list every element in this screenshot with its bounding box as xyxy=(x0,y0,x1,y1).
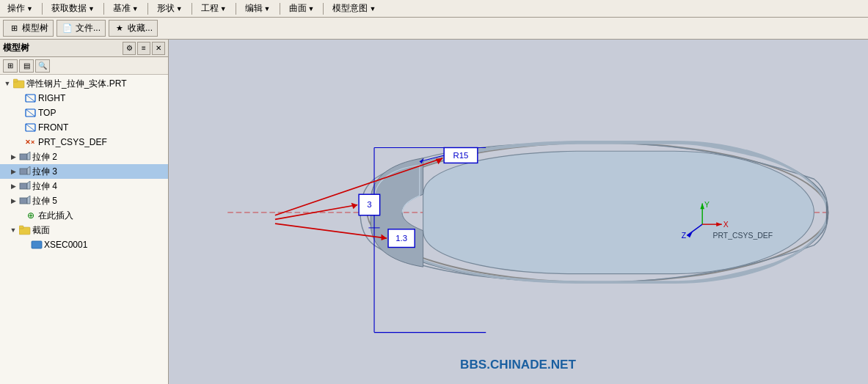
svg-rect-15 xyxy=(20,198,27,204)
tab-file[interactable]: 📄 文件... xyxy=(56,20,106,37)
section-icon xyxy=(31,239,43,251)
sidebar-toolbar: ⊞ ▤ 🔍 xyxy=(0,57,168,75)
menu-surface[interactable]: 曲面 ▼ xyxy=(282,1,322,16)
main-area: 模型树 ⚙ ≡ ✕ ⊞ ▤ 🔍 ▼ 弹性钢片_拉伸_实体.PRT xyxy=(0,40,868,384)
extrude-icon xyxy=(19,180,31,192)
extrude2-label: 拉伸 2 xyxy=(32,151,57,163)
xsec0001-label: XSEC0001 xyxy=(44,240,87,250)
extrude-icon xyxy=(19,151,31,163)
menu-arrow: ▼ xyxy=(132,5,139,12)
extrude3-label: 拉伸 3 xyxy=(32,166,57,178)
svg-text:Z: Z xyxy=(682,232,687,240)
toolbar: ⊞ 模型树 📄 文件... ★ 收藏... xyxy=(0,18,868,40)
tab-modeltree[interactable]: ⊞ 模型树 xyxy=(3,20,54,37)
sidebar-filter-btn[interactable]: ≡ xyxy=(137,42,150,55)
menu-arrow: ▼ xyxy=(176,5,183,12)
menu-arrow: ▼ xyxy=(369,5,376,12)
svg-marker-16 xyxy=(27,196,30,204)
tree-arrow-right xyxy=(15,94,23,103)
tree-arrow-extrude5: ▶ xyxy=(9,196,18,205)
svg-marker-12 xyxy=(27,166,30,174)
svg-rect-19 xyxy=(32,241,42,248)
folder-icon xyxy=(19,224,31,236)
svg-text:R15: R15 xyxy=(453,151,469,160)
svg-line-5 xyxy=(26,109,35,117)
tree-item-extrude4[interactable]: ▶ 拉伸 4 xyxy=(0,179,168,193)
svg-rect-9 xyxy=(20,154,27,160)
section-group-label: 截面 xyxy=(32,224,50,237)
menu-separator xyxy=(103,3,104,15)
svg-marker-14 xyxy=(27,181,30,189)
svg-text:X: X xyxy=(723,221,729,229)
svg-rect-11 xyxy=(20,169,27,174)
root-label: 弹性钢片_拉伸_实体.PRT xyxy=(26,78,126,90)
sidebar-tool-3[interactable]: 🔍 xyxy=(35,59,50,73)
model-svg: R15 3 1.3 Y xyxy=(169,40,868,384)
csys-icon: ✕× xyxy=(25,136,37,148)
menu-separator xyxy=(147,3,148,15)
tree-item-top[interactable]: TOP xyxy=(0,106,168,120)
plane-icon xyxy=(25,92,37,104)
menu-arrow: ▼ xyxy=(308,5,315,12)
insert-icon: ⊕ xyxy=(25,210,37,221)
tree-item-section-group[interactable]: ▼ 截面 xyxy=(0,223,168,237)
tree-arrow-csys xyxy=(15,138,23,147)
model-tree: ▼ 弹性钢片_拉伸_实体.PRT RIGHT TOP xyxy=(0,75,168,384)
extrude-icon xyxy=(19,195,31,207)
svg-text:3: 3 xyxy=(367,200,371,209)
svg-text:BBS.CHINADE.NET: BBS.CHINADE.NET xyxy=(460,358,576,372)
svg-marker-10 xyxy=(27,152,30,160)
menu-arrow: ▼ xyxy=(88,5,95,12)
tree-arrow-xsec xyxy=(21,240,29,249)
tree-item-extrude2[interactable]: ▶ 拉伸 2 xyxy=(0,149,168,164)
tree-item-right[interactable]: RIGHT xyxy=(0,91,168,106)
menu-edit[interactable]: 编辑 ▼ xyxy=(238,1,278,16)
tree-item-extrude5[interactable]: ▶ 拉伸 5 xyxy=(0,193,168,208)
tree-item-extrude3[interactable]: ▶ 拉伸 3 xyxy=(0,164,168,179)
tab-favorites[interactable]: ★ 收藏... xyxy=(109,20,158,37)
menu-modelintent[interactable]: 模型意图 ▼ xyxy=(325,1,383,16)
sidebar-header: 模型树 ⚙ ≡ ✕ xyxy=(0,40,168,57)
tree-item-xsec0001[interactable]: XSEC0001 xyxy=(0,237,168,252)
sidebar-tool-2[interactable]: ▤ xyxy=(19,59,34,73)
menu-datum[interactable]: 基准 ▼ xyxy=(106,1,146,16)
menu-getdata[interactable]: 获取数据 ▼ xyxy=(44,1,102,16)
right-label: RIGHT xyxy=(38,93,65,103)
sidebar-close-btn[interactable]: ✕ xyxy=(152,42,165,55)
front-label: FRONT xyxy=(38,122,68,133)
canvas[interactable]: R15 3 1.3 Y xyxy=(169,40,868,384)
sidebar-title: 模型树 xyxy=(3,42,121,54)
tree-item-root[interactable]: ▼ 弹性钢片_拉伸_实体.PRT xyxy=(0,76,168,91)
svg-line-7 xyxy=(26,124,35,131)
menu-arrow: ▼ xyxy=(264,5,271,12)
svg-text:✕×: ✕× xyxy=(25,139,34,146)
tree-arrow-section: ▼ xyxy=(9,226,18,235)
insert-label: 在此插入 xyxy=(38,210,73,222)
sidebar-settings-btn[interactable]: ⚙ xyxy=(123,42,136,55)
favorites-icon: ★ xyxy=(114,23,125,34)
extrude5-label: 拉伸 5 xyxy=(32,195,57,207)
menubar: 操作 ▼ 获取数据 ▼ 基准 ▼ 形状 ▼ 工程 ▼ 编辑 ▼ 曲面 ▼ 模型意… xyxy=(0,0,868,18)
menu-operate[interactable]: 操作 ▼ xyxy=(0,1,40,16)
menu-separator xyxy=(323,3,324,15)
tree-arrow-insert xyxy=(15,211,23,220)
menu-separator xyxy=(280,3,280,15)
tree-arrow-extrude3: ▶ xyxy=(9,167,18,176)
sidebar: 模型树 ⚙ ≡ ✕ ⊞ ▤ 🔍 ▼ 弹性钢片_拉伸_实体.PRT xyxy=(0,40,169,384)
menu-engineering[interactable]: 工程 ▼ xyxy=(194,1,234,16)
modeltree-icon: ⊞ xyxy=(8,23,20,34)
svg-text:Y: Y xyxy=(704,201,710,209)
plane-icon xyxy=(25,107,37,119)
sidebar-tool-1[interactable]: ⊞ xyxy=(3,59,18,73)
svg-rect-13 xyxy=(20,183,27,189)
tree-item-csys[interactable]: ✕× PRT_CSYS_DEF xyxy=(0,135,168,149)
tree-item-insert[interactable]: ⊕ 在此插入 xyxy=(0,208,168,223)
menu-separator xyxy=(42,3,43,15)
tree-arrow-top xyxy=(15,108,23,117)
svg-line-3 xyxy=(26,95,35,102)
extrude4-label: 拉伸 4 xyxy=(32,180,57,193)
tree-arrow-front xyxy=(15,123,23,132)
tree-item-front[interactable]: FRONT xyxy=(0,120,168,135)
file-icon: 📄 xyxy=(62,23,73,34)
menu-shape[interactable]: 形状 ▼ xyxy=(150,1,190,16)
